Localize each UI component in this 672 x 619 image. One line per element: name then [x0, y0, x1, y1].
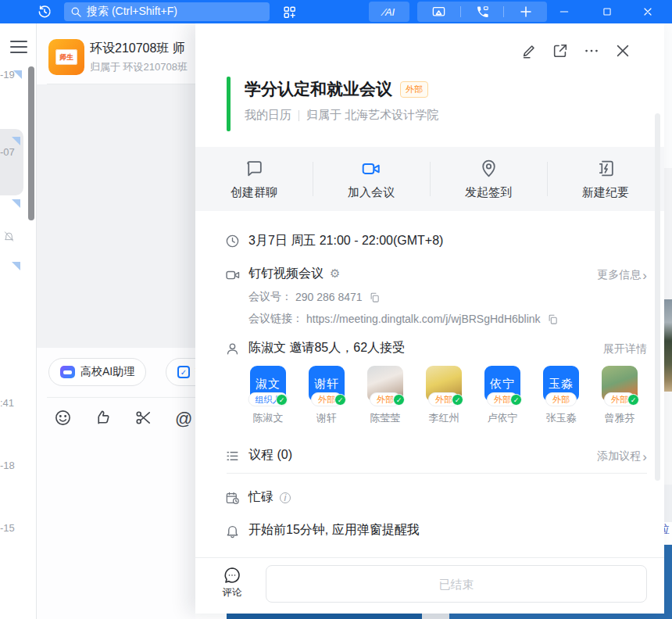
emoji-icon[interactable] — [54, 409, 72, 427]
attendee-name: 陈淑文 — [253, 411, 284, 425]
titlebar-action-group — [417, 2, 547, 22]
new-plus-button[interactable] — [504, 2, 547, 22]
ai-translate-button[interactable]: ⁄AI — [369, 2, 409, 22]
history-icon[interactable] — [34, 2, 55, 21]
chat-list-scrollbar[interactable] — [28, 66, 34, 220]
chat-item-time[interactable]: -15 — [0, 522, 15, 534]
maximize-button[interactable] — [594, 0, 620, 23]
chat-header: 师生 环设210708班 师 归属于 环设210708班 — [37, 23, 195, 84]
background-photo — [664, 299, 672, 392]
comment-footer: 评论 — [195, 557, 664, 614]
divider — [298, 110, 299, 121]
attendee[interactable]: 外部 ✓ 曾雅芬 — [602, 366, 638, 402]
create-group-chat-button[interactable]: 创建群聊 — [195, 147, 313, 211]
unread-corner-badge — [12, 137, 20, 145]
unread-corner-badge — [12, 262, 20, 270]
accepted-check-icon: ✓ — [452, 394, 463, 406]
chevron-right-icon: › — [642, 450, 647, 463]
gear-icon[interactable]: ⚙ — [330, 267, 340, 280]
join-meeting-button[interactable]: 加入会议 — [313, 147, 430, 211]
chat-item-time[interactable]: -18 — [0, 460, 15, 471]
meeting-link[interactable]: https://meeting.dingtalk.com/j/wjBRSgHdH… — [306, 313, 541, 325]
attendee[interactable]: 外部 ✓ 李红州 — [426, 366, 462, 402]
apps-grid-icon[interactable] — [280, 3, 298, 20]
accepted-check-icon: ✓ — [276, 394, 288, 406]
chat-item-time[interactable]: -19 — [0, 69, 15, 81]
search-input[interactable]: 搜索 (Ctrl+Shift+F) — [64, 2, 270, 21]
reminder-bell-icon — [225, 524, 240, 538]
chevron-right-icon: › — [642, 269, 647, 282]
calendar-color-bar — [227, 77, 231, 131]
event-time: 3月7日 周五 21:00 - 22:00(GMT+8) — [248, 233, 443, 249]
event-detail-panel: 学分认定和就业会议 外部 我的日历 归属于 北海艺术设计学院 创建群聊 加入会议 — [195, 23, 664, 614]
comment-button[interactable]: 评论 — [219, 566, 245, 599]
clock-icon — [225, 234, 240, 249]
start-checkin-button[interactable]: 发起签到 — [430, 147, 547, 211]
attendee[interactable]: 玉淼 外部 张玉淼 — [543, 366, 579, 402]
chat-input-area: 高校AI助理 ✓ 打卡 @ — [37, 348, 195, 619]
attendee-name: 李红州 — [429, 411, 459, 425]
scissors-icon[interactable] — [134, 409, 152, 427]
expand-details-link[interactable]: 展开详情 — [603, 342, 647, 356]
window-close-button[interactable] — [634, 0, 661, 23]
ai-assistant-button[interactable]: 高校AI助理 — [48, 358, 146, 386]
window-titlebar: 搜索 (Ctrl+Shift+F) ⁄AI — [0, 0, 672, 23]
action-label: 创建群聊 — [231, 185, 277, 200]
thumbs-up-icon[interactable] — [94, 409, 112, 427]
more-icon[interactable] — [581, 41, 602, 61]
attendee[interactable]: 外部 ✓ 陈莹莹 — [367, 366, 403, 402]
chat-title[interactable]: 环设210708班 师 — [90, 41, 199, 57]
unread-corner-badge — [12, 199, 20, 208]
attendees-summary: 陈淑文 邀请85人，62人接受 — [248, 340, 405, 356]
role-badge: 外部 — [545, 392, 577, 406]
accepted-check-icon: ✓ — [627, 394, 639, 406]
background-banner-strip — [195, 614, 672, 619]
calendar-info: 我的日历 归属于 北海艺术设计学院 — [245, 108, 438, 123]
copy-icon[interactable] — [369, 292, 381, 303]
action-label: 发起签到 — [465, 185, 512, 200]
comment-input[interactable] — [266, 565, 647, 603]
info-icon[interactable]: i — [280, 492, 291, 503]
video-camera-icon — [361, 159, 381, 179]
panel-scrollbar[interactable] — [655, 113, 660, 481]
call-button[interactable] — [461, 2, 504, 22]
divider — [47, 397, 195, 398]
location-pin-icon — [479, 159, 499, 179]
edit-icon[interactable] — [519, 41, 539, 61]
more-info-link[interactable]: 更多信息› — [597, 268, 647, 282]
accepted-check-icon: ✓ — [510, 394, 522, 406]
copy-icon[interactable] — [547, 313, 559, 325]
add-agenda-link[interactable]: 添加议程› — [597, 449, 647, 463]
video-meeting-icon — [225, 267, 241, 283]
group-avatar[interactable]: 师生 — [48, 39, 84, 75]
search-placeholder: 搜索 (Ctrl+Shift+F) — [87, 5, 177, 19]
chat-item-time[interactable]: -07 — [0, 146, 15, 158]
screen-cast-button[interactable] — [417, 2, 460, 22]
attendee[interactable]: 依宁 外部 ✓ 卢依宁 — [484, 366, 520, 402]
minimize-button[interactable] — [551, 0, 577, 23]
action-label: 加入会议 — [348, 185, 395, 200]
chat-subtitle: 归属于 环设210708班 — [90, 60, 199, 74]
mention-icon[interactable]: @ — [175, 409, 192, 429]
chat-list-rail: -19 -07 :41 -18 -15 — [0, 23, 36, 619]
menu-hamburger-icon[interactable] — [10, 41, 27, 53]
event-title: 学分认定和就业会议 — [245, 78, 392, 100]
muted-bell-icon — [3, 231, 15, 242]
open-external-icon[interactable] — [550, 41, 570, 61]
external-badge: 外部 — [400, 81, 428, 98]
action-label: 新建纪要 — [582, 185, 629, 200]
meeting-link-row: 会议链接：https://meeting.dingtalk.com/j/wjBR… — [248, 312, 559, 326]
attendee[interactable]: 淑文 组织人 ✓ 陈淑文 — [250, 366, 286, 402]
new-minutes-button[interactable]: 新建纪要 — [547, 147, 664, 211]
agenda-list-icon — [225, 449, 240, 463]
close-icon[interactable] — [613, 41, 633, 61]
attendees-icon — [225, 342, 240, 356]
meeting-id-label: 会议号： — [248, 290, 292, 304]
busy-status: 忙碌i — [248, 489, 291, 506]
chat-item-time[interactable]: :41 — [0, 397, 14, 409]
book-icon: 师生 — [55, 49, 77, 65]
attendee[interactable]: 谢轩 外部 ✓ 谢轩 — [309, 366, 345, 402]
calendar-name: 我的日历 — [245, 108, 291, 123]
search-icon — [70, 6, 82, 18]
accepted-check-icon: ✓ — [393, 394, 405, 406]
